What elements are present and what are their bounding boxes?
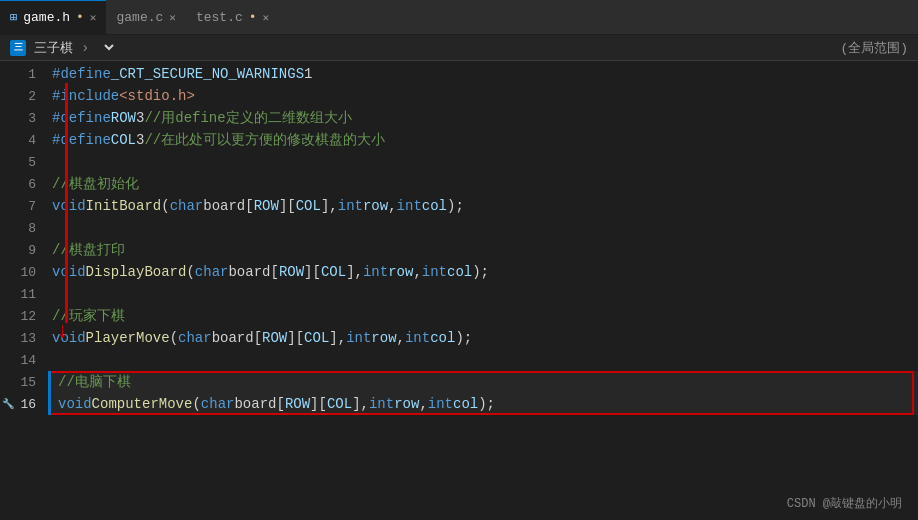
- token-semi-16: );: [478, 396, 495, 412]
- line-num-5: 5: [0, 151, 48, 173]
- code-line-1: #define _CRT_SECURE_NO_WARNINGS 1: [52, 63, 918, 85]
- code-line-15: //电脑下棋: [52, 371, 918, 393]
- code-line-12: //玩家下棋: [52, 305, 918, 327]
- token-space2: 3: [136, 132, 144, 148]
- token-displayboard: DisplayBoard: [86, 264, 187, 280]
- code-line-6: //棋盘初始化: [52, 173, 918, 195]
- scope-label: (全局范围): [840, 39, 908, 57]
- token-int-10a: int: [363, 264, 388, 280]
- code-line-11: [52, 283, 918, 305]
- token-board-7: board[: [203, 198, 253, 214]
- token-define-1: #define: [52, 66, 111, 82]
- token-comma-16: ,: [419, 396, 427, 412]
- token-comma-10: ,: [413, 264, 421, 280]
- symbol-dropdown[interactable]: [97, 39, 117, 56]
- token-bracket-13: ][: [287, 330, 304, 346]
- line-num-8: 8: [0, 217, 48, 239]
- token-int-13b: int: [405, 330, 430, 346]
- tab-dirty: •: [76, 10, 84, 25]
- token-int-16b: int: [428, 396, 453, 412]
- tab-game-h[interactable]: ⊞ game.h • ✕: [0, 0, 106, 35]
- line-num-4: 4: [0, 129, 48, 151]
- breadcrumb-arrow: ›: [81, 40, 89, 56]
- tab-label: game.c: [116, 10, 163, 25]
- tab-game-c[interactable]: game.c ✕: [106, 0, 185, 35]
- token-paren-7: (: [161, 198, 169, 214]
- code-line-8: [52, 217, 918, 239]
- tab-close-game-h[interactable]: ✕: [90, 11, 97, 24]
- arrow-indicator: ↓: [56, 321, 69, 343]
- token-comma-13: ,: [397, 330, 405, 346]
- token-close-7: ],: [321, 198, 338, 214]
- token-paren-10: (: [186, 264, 194, 280]
- line-num-15: 15: [0, 371, 48, 393]
- token-row-param-13: row: [371, 330, 396, 346]
- line-num-6: 6: [0, 173, 48, 195]
- token-board-16: board[: [234, 396, 284, 412]
- tab-close-game-c[interactable]: ✕: [169, 11, 176, 24]
- token-value-1: 1: [304, 66, 312, 82]
- token-computermove: ComputerMove: [92, 396, 193, 412]
- line-num-7: 7: [0, 195, 48, 217]
- token-col-param-13: col: [430, 330, 455, 346]
- token-col-param-7: col: [422, 198, 447, 214]
- token-close-10: ],: [346, 264, 363, 280]
- token-row: ROW: [111, 110, 136, 126]
- token-define-4: #define: [52, 132, 111, 148]
- token-comma-7: ,: [388, 198, 396, 214]
- token-col: COL: [111, 132, 136, 148]
- footer-credit: CSDN @敲键盘的小明: [787, 495, 902, 512]
- token-include: #include: [52, 88, 119, 104]
- token-space: 3: [136, 110, 144, 126]
- token-col-7: COL: [296, 198, 321, 214]
- token-void-7: void: [52, 198, 86, 214]
- code-area: 1 2 3 4 5 6 7 8 9 10 11 12 13 14 15 🔧 16…: [0, 61, 918, 520]
- token-col-param-16: col: [453, 396, 478, 412]
- token-int-13a: int: [346, 330, 371, 346]
- token-initboard: InitBoard: [86, 198, 162, 214]
- line-num-10: 10: [0, 261, 48, 283]
- line-num-11: 11: [0, 283, 48, 305]
- line-num-2: 2: [0, 85, 48, 107]
- token-int-16a: int: [369, 396, 394, 412]
- token-macro-1: _CRT_SECURE_NO_WARNINGS: [111, 66, 304, 82]
- breadcrumb-project[interactable]: 三子棋: [34, 39, 73, 57]
- token-playermove: PlayerMove: [86, 330, 170, 346]
- token-semi-13: );: [455, 330, 472, 346]
- code-line-16: void ComputerMove(char board[ROW][COL], …: [52, 393, 918, 415]
- tab-bar: ⊞ game.h • ✕ game.c ✕ test.c • ✕: [0, 0, 918, 35]
- token-row-13: ROW: [262, 330, 287, 346]
- token-row-param-10: row: [388, 264, 413, 280]
- code-line-13: void PlayerMove(char board[ROW][COL], in…: [52, 327, 918, 349]
- tab-dirty-test: •: [249, 10, 257, 25]
- token-board-10: board[: [228, 264, 278, 280]
- line-num-9: 9: [0, 239, 48, 261]
- token-int-10b: int: [422, 264, 447, 280]
- code-line-10: void DisplayBoard(char board[ROW][COL], …: [52, 261, 918, 283]
- token-comment-9: //棋盘打印: [52, 241, 125, 259]
- token-row-7: ROW: [254, 198, 279, 214]
- line-num-16: 🔧 16: [0, 393, 48, 415]
- line-num-14: 14: [0, 349, 48, 371]
- code-line-4: #define COL 3 //在此处可以更方便的修改棋盘的大小: [52, 129, 918, 151]
- token-comment-3: //用define定义的二维数组大小: [144, 109, 351, 127]
- blue-border: [48, 371, 51, 415]
- file-icon: 三: [10, 40, 26, 56]
- code-content[interactable]: ↓ #define _CRT_SECURE_NO_WARNINGS 1 #inc…: [48, 61, 918, 520]
- token-col-16: COL: [327, 396, 352, 412]
- token-paren-13: (: [170, 330, 178, 346]
- tab-test-c[interactable]: test.c • ✕: [186, 0, 279, 35]
- line-numbers: 1 2 3 4 5 6 7 8 9 10 11 12 13 14 15 🔧 16: [0, 61, 48, 520]
- arrow-line: [65, 83, 68, 323]
- code-line-14: [52, 349, 918, 371]
- token-row-16: ROW: [285, 396, 310, 412]
- line-num-1: 1: [0, 63, 48, 85]
- token-board-13: board[: [212, 330, 262, 346]
- token-close-13: ],: [329, 330, 346, 346]
- token-bracket-10: ][: [304, 264, 321, 280]
- line-num-12: 12: [0, 305, 48, 327]
- token-paren-16: (: [192, 396, 200, 412]
- tab-label: test.c: [196, 10, 243, 25]
- code-line-9: //棋盘打印: [52, 239, 918, 261]
- tab-close-test-c[interactable]: ✕: [263, 11, 270, 24]
